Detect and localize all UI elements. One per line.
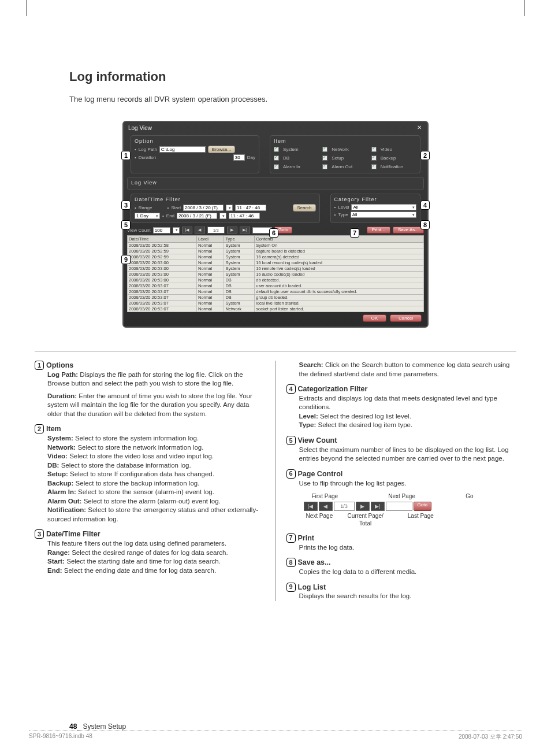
table-row[interactable]: 2008/03/20 20:53:07NormalSystemlocal liv… xyxy=(128,301,424,306)
pc-last-label: Last Page xyxy=(408,512,442,528)
alarmin-text: Select to store the sensor (alarm-in) ev… xyxy=(78,488,214,495)
window-title: Log View xyxy=(128,125,152,131)
datetime-filter-title: Date/Time Filter xyxy=(135,197,316,202)
alarmin-key: Alarm In: xyxy=(47,488,76,495)
item-checkbox[interactable]: Notification xyxy=(371,164,416,169)
pagecontrol-heading: Page Control xyxy=(298,469,343,479)
callout-3: 3 xyxy=(121,201,131,210)
range-dropdown[interactable]: 1 Day xyxy=(135,213,160,219)
loglist-body: Displays the search results for the log. xyxy=(299,592,517,601)
badge-6: 6 xyxy=(286,469,296,479)
print-body: Prints the log data. xyxy=(299,543,517,553)
table-row[interactable]: 2008/03/20 20:53:07NormalNetworksocket p… xyxy=(128,306,424,312)
browse-button[interactable]: Browse... xyxy=(208,146,235,153)
table-header: Level xyxy=(196,236,224,243)
page-control-diagram: First Page Next Page Go |◀ ◀ 1/3 ▶ ▶| Go… xyxy=(304,492,517,528)
badge-5: 5 xyxy=(286,436,296,445)
first-page-icon[interactable]: |◀ xyxy=(182,227,192,234)
range-label: Range xyxy=(139,205,152,210)
log-path-label: Log Path xyxy=(139,147,157,152)
table-row[interactable]: 2008/03/20 20:52:59NormalSystemcapture b… xyxy=(128,249,424,254)
item-panel-title: Item xyxy=(274,138,416,144)
end-date-dropdown[interactable] xyxy=(219,213,226,219)
pc-first-icon[interactable]: |◀ xyxy=(304,502,318,511)
item-checkbox[interactable]: Setup xyxy=(322,155,367,161)
pc-goto-button[interactable]: Goto xyxy=(414,502,431,511)
item-heading: Item xyxy=(46,424,61,434)
prev-page-icon[interactable]: ◀ xyxy=(195,227,205,234)
end-date-input[interactable]: 2008 / 3 / 21 (F) xyxy=(177,213,217,219)
notif-key: Notification: xyxy=(47,506,86,513)
start-date-dropdown[interactable] xyxy=(226,205,233,211)
pc-next-icon[interactable]: ▶ xyxy=(356,502,370,511)
category-filter-title: Category Filter xyxy=(334,197,417,202)
pc-next2-label: Next Page xyxy=(306,512,341,528)
item-checkbox[interactable]: System xyxy=(274,147,319,152)
table-row[interactable]: 2008/03/20 20:52:58NormalSystemSystem On xyxy=(128,243,424,249)
table-header: Date/Time xyxy=(128,236,197,243)
alarmout-key: Alarm Out: xyxy=(47,498,81,505)
end-label: End xyxy=(166,213,174,218)
table-row[interactable]: 2008/03/20 20:53:00NormalSystem16 remote… xyxy=(128,266,424,272)
cancel-button[interactable]: Cancel xyxy=(390,314,422,322)
view-count-label: View Count xyxy=(127,228,151,233)
table-row[interactable]: 2008/03/20 20:53:00NormalDBdb detected. xyxy=(128,277,424,283)
setup-key: Setup: xyxy=(47,470,68,477)
type-key: Type: xyxy=(299,421,317,428)
table-row[interactable]: 2008/03/20 20:53:07NormalDBgroup db load… xyxy=(128,295,424,301)
pc-goto-input[interactable] xyxy=(386,502,412,511)
end-text: Select the ending date and time for log … xyxy=(64,567,216,574)
type-text: Select the desired log item type. xyxy=(318,421,413,428)
duration-input[interactable]: 30 xyxy=(233,154,245,161)
level-dropdown[interactable]: All xyxy=(351,204,416,210)
item-checkbox[interactable]: Video xyxy=(371,147,416,152)
item-checkbox[interactable]: Backup xyxy=(371,155,416,161)
saveas-heading: Save as... xyxy=(298,558,331,568)
range-text: Select the desired range of dates for lo… xyxy=(72,549,228,556)
ok-button[interactable]: OK xyxy=(363,314,387,322)
table-row[interactable]: 2008/03/20 20:53:07NormalDBdefault login… xyxy=(128,289,424,295)
print-button[interactable]: Print... xyxy=(367,227,390,234)
log-path-input[interactable]: C:\Log xyxy=(159,146,206,153)
log-view-screenshot: Log View ✕ Option • Log Path C:\Log Brow… xyxy=(122,121,429,328)
item-checkbox[interactable]: Alarm Out xyxy=(322,164,367,169)
logpath-key: Log Path: xyxy=(47,371,78,378)
table-row[interactable]: 2008/03/20 20:53:07NormalDBuser account … xyxy=(128,283,424,289)
badge-4: 4 xyxy=(286,384,296,394)
close-icon[interactable]: ✕ xyxy=(416,124,423,131)
saveas-button[interactable]: Save As... xyxy=(393,227,424,234)
start-date-input[interactable]: 2008 / 3 / 20 (T) xyxy=(183,205,224,211)
badge-2: 2 xyxy=(35,424,44,433)
table-row[interactable]: 2008/03/20 20:53:00NormalSystem16 local … xyxy=(128,260,424,266)
footer-right: 2008-07-03 오후 2:47:50 xyxy=(459,733,522,741)
view-count-dropdown[interactable] xyxy=(173,227,180,234)
catfilter-body: Extracts and displays log data that meet… xyxy=(299,394,517,412)
type-label: Type xyxy=(338,212,348,217)
page-intro: The log menu records all DVR system oper… xyxy=(69,95,522,103)
end-time-input[interactable]: 11 : 47 : 46 xyxy=(229,213,260,219)
last-page-icon[interactable]: ▶| xyxy=(240,227,250,234)
start-label: Start xyxy=(171,205,181,210)
pc-last-icon[interactable]: ▶| xyxy=(371,502,385,511)
item-checkbox[interactable]: DB xyxy=(274,155,319,161)
item-checkbox[interactable]: Network xyxy=(322,147,367,152)
start-time-input[interactable]: 11 : 47 : 46 xyxy=(235,205,266,211)
backup-text: Select to store the backup information l… xyxy=(76,480,200,487)
loglist-heading: Log List xyxy=(298,583,326,592)
view-count-input[interactable]: 100 xyxy=(153,227,170,234)
item-checkbox[interactable]: Alarm In xyxy=(274,164,319,169)
catfilter-heading: Categorization Filter xyxy=(298,384,368,394)
system-key: System: xyxy=(47,435,73,442)
start-text: Select the starting date and time for lo… xyxy=(66,558,221,565)
search-button[interactable]: Search xyxy=(293,204,315,212)
badge-1: 1 xyxy=(35,361,44,370)
table-row[interactable]: 2008/03/20 20:53:00NormalSystem16 audio … xyxy=(128,272,424,277)
pc-prev-icon[interactable]: ◀ xyxy=(319,502,333,511)
callout-8: 8 xyxy=(420,220,430,229)
table-row[interactable]: 2008/03/20 20:52:59NormalSystem16 camera… xyxy=(128,254,424,260)
video-key: Video: xyxy=(47,453,68,459)
table-header: Type xyxy=(224,236,255,243)
next-page-icon[interactable]: ▶ xyxy=(227,227,237,234)
type-dropdown[interactable]: All xyxy=(351,212,416,218)
pagecontrol-body: Use to flip through the log list pages. xyxy=(299,479,517,488)
